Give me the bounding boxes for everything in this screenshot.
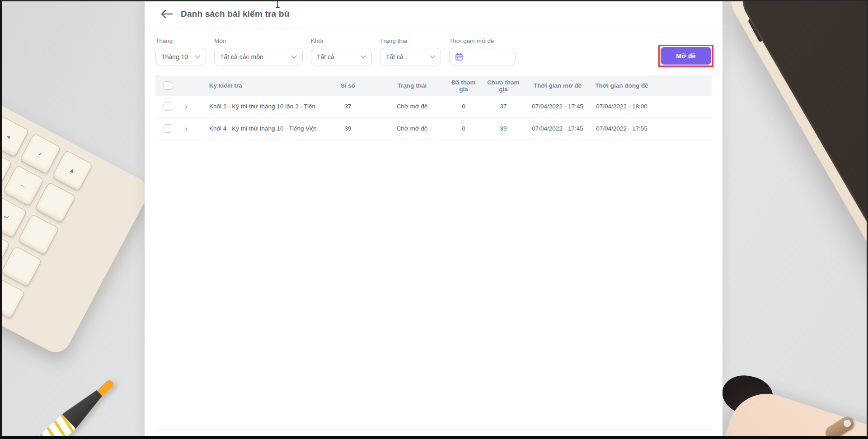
exam-joined-count: 0	[445, 96, 483, 117]
chevron-right-icon[interactable]: ›	[185, 102, 188, 111]
exam-class-size: 39	[316, 117, 380, 139]
back-button[interactable]	[159, 6, 174, 22]
page-title: Danh sách bài kiểm tra bù	[181, 9, 289, 19]
exam-not-joined-count: 37	[483, 96, 524, 117]
keyboard-keys: ▸▸◂♪▲= 0? '¿ ¡←P^ *↵ÑÇ	[0, 0, 149, 349]
filter-subject-label: Môn	[214, 37, 303, 44]
filter-status: Trạng thái Tất cả	[380, 37, 441, 65]
select-all-checkbox[interactable]	[164, 81, 172, 90]
pen-photo	[0, 367, 126, 439]
keyboard-key	[18, 214, 59, 255]
makeup-test-panel: Danh sách bài kiểm tra bù Tháng Tháng 10…	[145, 0, 723, 439]
expand-column-header	[174, 75, 199, 96]
keyboard-key: ←	[3, 165, 44, 206]
status-select-value: Tất cả	[386, 53, 404, 61]
arrow-left-icon	[161, 9, 173, 19]
filter-month-label: Tháng	[155, 37, 206, 44]
row-checkbox[interactable]	[164, 124, 172, 133]
text-cursor-icon	[275, 0, 281, 8]
filter-grade: Khối Tất cả	[311, 37, 372, 65]
exam-class-size: 37	[316, 96, 380, 117]
exam-status: Chờ mở đề	[380, 96, 445, 117]
bottom-divider	[155, 430, 712, 430]
exam-open-time: 07/04/2022 - 17:45	[524, 117, 591, 139]
keyboard-key: ▲	[52, 150, 93, 191]
row-checkbox[interactable]	[164, 102, 172, 111]
spacer-column-header	[652, 75, 712, 96]
table-header-row: Kỳ kiểm tra Sĩ số Trạng thái Đã tham gia…	[155, 75, 712, 96]
column-header-thoi-gian-dong-de: Thời gian đóng đề	[591, 75, 652, 96]
chevron-down-icon	[361, 55, 366, 59]
exam-not-joined-count: 39	[483, 117, 524, 139]
keyboard-key	[0, 246, 42, 287]
exam-joined-count: 0	[445, 117, 483, 139]
exam-name: Khối 2 - Kỳ thi thử tháng 10 lần 2 - Tiế…	[199, 96, 316, 117]
filter-month: Tháng Tháng 10	[155, 37, 206, 65]
keyboard-key: ♪	[19, 133, 61, 174]
chevron-down-icon	[430, 55, 435, 59]
makeup-test-table: Kỳ kiểm tra Sĩ số Trạng thái Đã tham gia…	[155, 75, 712, 140]
column-header-ky-kiem-tra: Kỳ kiểm tra	[199, 75, 316, 96]
exam-status: Chờ mở đề	[380, 117, 445, 139]
keyboard-photo: ▸▸◂♪▲= 0? '¿ ¡←P^ *↵ÑÇ	[0, 0, 153, 358]
subject-select[interactable]: Tất cả các môn	[214, 48, 303, 65]
phone-screen	[734, 0, 868, 439]
keyboard-key	[34, 182, 76, 224]
filter-subject: Môn Tất cả các môn	[214, 37, 303, 65]
exam-open-time: 07/04/2022 - 17:45	[524, 96, 591, 117]
column-header-trang-thai: Trạng thái	[380, 75, 445, 96]
zipper-pull-hole	[842, 418, 852, 428]
exam-name: Khối 4 - Kỳ thi thử tháng 10 - Tiếng Việ…	[199, 117, 316, 139]
table-row[interactable]: › Khối 2 - Kỳ thi thử tháng 10 lần 2 - T…	[155, 96, 712, 117]
exam-close-time: 07/04/2022 - 17:55	[591, 117, 652, 139]
column-header-si-so: Sĩ số	[316, 75, 380, 96]
column-header-da-tham-gia: Đã tham gia	[445, 75, 483, 96]
panel-header: Danh sách bài kiểm tra bù	[145, 0, 723, 28]
pen-barrel	[0, 414, 76, 439]
open-exam-button[interactable]: Mở đề	[661, 47, 711, 65]
calendar-icon	[455, 53, 463, 61]
filter-bar: Tháng Tháng 10 Môn Tất cả các môn Khối T…	[145, 28, 723, 65]
column-header-thoi-gian-mo-de: Thời gian mở đề	[524, 75, 591, 96]
month-select[interactable]: Tháng 10	[155, 48, 206, 65]
filter-status-label: Trạng thái	[380, 37, 441, 44]
chevron-right-icon[interactable]: ›	[185, 124, 188, 133]
filter-grade-label: Khối	[311, 37, 372, 44]
filter-open-time: Thời gian mở đề	[449, 37, 516, 65]
status-select[interactable]: Tất cả	[380, 48, 441, 65]
grade-select[interactable]: Tất cả	[311, 48, 372, 65]
phone-photo	[719, 0, 868, 439]
filter-open-time-label: Thời gian mở đề	[449, 37, 516, 44]
grade-select-value: Tất cả	[317, 53, 334, 61]
chevron-down-icon	[195, 55, 200, 59]
chevron-down-icon	[291, 55, 297, 59]
table-row[interactable]: › Khối 4 - Kỳ thi thử tháng 10 - Tiếng V…	[155, 117, 712, 139]
red-highlight-annotation: Mở đề	[658, 45, 713, 67]
exam-close-time: 07/04/2022 - 18:00	[591, 96, 652, 117]
month-select-value: Tháng 10	[161, 53, 188, 61]
subject-select-value: Tất cả các môn	[220, 53, 263, 61]
open-time-date-input[interactable]	[449, 48, 516, 65]
column-header-chua-tham-gia: Chưa tham gia	[483, 75, 524, 96]
